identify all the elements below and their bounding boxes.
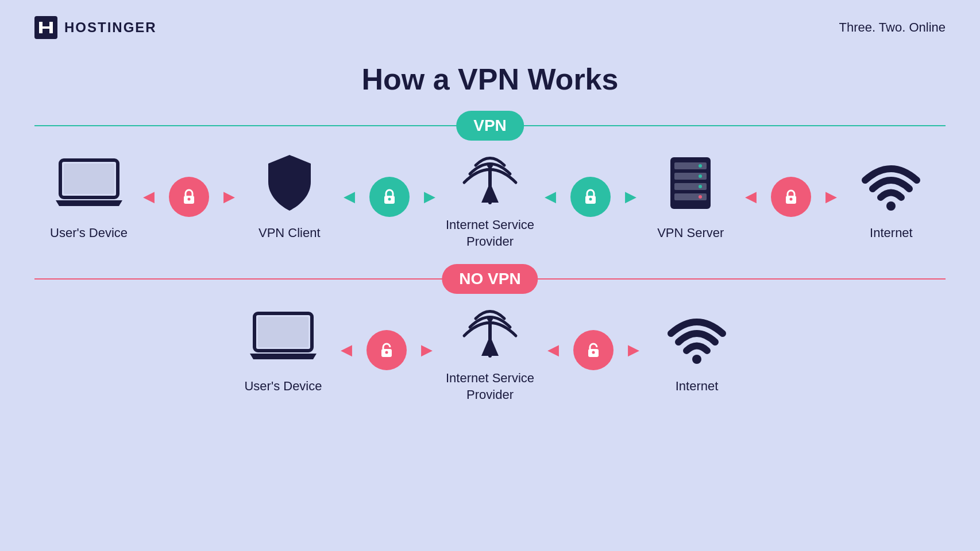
connector-4: ◀ ▶ (745, 165, 837, 228)
svg-rect-2 (64, 164, 114, 194)
svg-point-31 (692, 355, 701, 364)
shield-icon (264, 152, 315, 215)
vpn-server-label: VPN Server (657, 225, 724, 242)
no-vpn-badge: NO VPN (442, 264, 538, 294)
arrow-right-icon-3: ▶ (625, 188, 636, 205)
connector-2: ◀ ▶ (344, 165, 435, 228)
vpn-internet-label: Internet (870, 225, 913, 242)
arrow-right-icon-4: ▶ (825, 188, 837, 205)
tower-icon-novpn (458, 297, 522, 360)
svg-point-22 (886, 201, 896, 211)
red-lock-2 (771, 177, 811, 217)
connector-1: ◀ ▶ (143, 165, 235, 228)
arrow-right-icon: ▶ (223, 188, 235, 205)
arrow-left-icon-2: ◀ (344, 188, 355, 205)
wifi-icon-novpn (659, 305, 734, 368)
arrow-left-icon-3: ◀ (545, 188, 556, 205)
svg-point-16 (699, 164, 702, 168)
connector-6: ◀ ▶ (547, 319, 639, 382)
svg-point-8 (487, 162, 493, 168)
tower-icon (458, 143, 522, 207)
vpn-isp-label: Internet ServiceProvider (446, 217, 534, 250)
red-lock-3 (366, 330, 407, 370)
green-lock-2 (570, 177, 611, 217)
tagline: Three. Two. Online (839, 20, 946, 35)
novpn-internet-label: Internet (676, 378, 719, 395)
no-vpn-divider: NO VPN (34, 278, 946, 280)
logo: HOSTINGER (34, 16, 157, 39)
arrow-right-icon-2: ▶ (424, 188, 435, 205)
svg-point-17 (699, 174, 702, 178)
green-lock-1 (369, 177, 410, 217)
novpn-isp-label: Internet ServiceProvider (446, 370, 534, 403)
vpn-internet: Internet (837, 152, 946, 242)
novpn-users-device-label: User's Device (244, 378, 322, 395)
svg-point-19 (699, 195, 702, 199)
connector-3: ◀ ▶ (545, 165, 636, 228)
novpn-isp: Internet ServiceProvider (433, 297, 547, 403)
svg-point-30 (592, 351, 595, 354)
arrow-left-icon-4: ◀ (745, 188, 757, 205)
arrow-left-icon-5: ◀ (341, 341, 352, 359)
svg-rect-24 (258, 317, 308, 347)
main-title: How a VPN Works (0, 62, 980, 96)
arrow-right-icon-5: ▶ (421, 341, 433, 359)
arrow-left-icon: ◀ (143, 188, 155, 205)
vpn-client-label: VPN Client (258, 225, 321, 242)
laptop-icon-novpn (249, 305, 318, 368)
red-lock-4 (573, 330, 614, 370)
vpn-isp: Internet ServiceProvider (435, 143, 544, 250)
svg-point-26 (385, 351, 388, 354)
vpn-users-device-label: User's Device (50, 225, 128, 242)
vpn-users-device: User's Device (34, 152, 143, 242)
novpn-internet: Internet (639, 305, 754, 395)
no-vpn-section: NO VPN User's Device ◀ (34, 278, 946, 403)
svg-point-21 (789, 197, 792, 200)
server-icon (668, 152, 713, 215)
svg-point-4 (188, 197, 191, 200)
novpn-users-device: User's Device (226, 305, 341, 395)
laptop-icon (55, 152, 124, 215)
svg-point-28 (487, 316, 493, 321)
vpn-divider: VPN (34, 125, 946, 126)
vpn-server: VPN Server (636, 152, 745, 242)
svg-point-18 (699, 185, 702, 188)
vpn-client: VPN Client (235, 152, 344, 242)
arrow-left-icon-6: ◀ (547, 341, 559, 359)
wifi-icon (854, 152, 928, 215)
no-vpn-icons-row: User's Device ◀ ▶ (34, 297, 946, 403)
hostinger-logo-icon (34, 16, 57, 39)
arrow-right-icon-6: ▶ (628, 341, 639, 359)
header: HOSTINGER Three. Two. Online (0, 0, 980, 39)
vpn-section: VPN User's Device ◀ (34, 125, 946, 250)
vpn-icons-row: User's Device ◀ ▶ (34, 143, 946, 250)
red-lock-1 (169, 177, 209, 217)
connector-5: ◀ ▶ (341, 319, 433, 382)
logo-text: HOSTINGER (64, 20, 157, 36)
svg-point-10 (589, 197, 592, 200)
vpn-badge: VPN (456, 111, 524, 141)
svg-point-6 (388, 197, 391, 200)
